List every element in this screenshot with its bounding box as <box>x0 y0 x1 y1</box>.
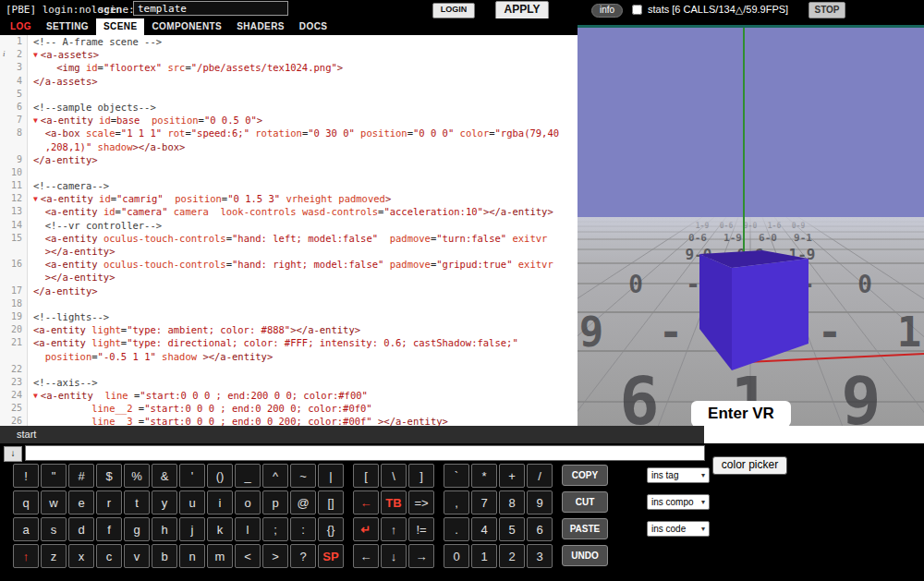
code-line[interactable]: 22 <box>0 363 578 376</box>
key-_[interactable]: _ <box>235 464 261 488</box>
key-→[interactable]: → <box>408 544 434 568</box>
code-line[interactable]: 20<a-entity light="type: ambient; color:… <box>0 323 578 336</box>
key-;[interactable]: ; <box>262 517 288 541</box>
code-editor[interactable]: 1<!-- A-frame scene -->2i▼<a-assets>3 <i… <box>0 35 578 426</box>
key-e[interactable]: e <box>68 490 94 514</box>
scene-name-input[interactable] <box>133 1 288 16</box>
key-'[interactable]: ' <box>179 464 205 488</box>
code-line[interactable]: 13 <a-entity id="camera" camera look-con… <box>0 205 578 218</box>
code-line[interactable]: ></a-entity> <box>0 245 578 258</box>
key-[[interactable]: [ <box>353 464 379 488</box>
key-.[interactable]: . <box>444 517 469 541</box>
key-8[interactable]: 8 <box>499 490 525 514</box>
ins-compo-select[interactable]: ▾ins compo <box>647 494 710 510</box>
tab-docs[interactable]: DOCS <box>292 18 335 35</box>
key-f[interactable]: f <box>96 517 122 541</box>
code-line[interactable]: 24▼<a-entity line ="start:0 0 0 ; end:20… <box>0 389 578 402</box>
undo-button[interactable]: UNDO <box>562 545 608 566</box>
fold-arrow-icon[interactable]: ▼ <box>33 51 38 59</box>
code-line[interactable]: 4</a-assets> <box>0 75 578 88</box>
tab-log[interactable]: LOG <box>3 18 39 35</box>
key-y[interactable]: y <box>152 490 177 514</box>
key-↑[interactable]: ↑ <box>381 517 407 541</box>
key-i[interactable]: i <box>207 490 233 514</box>
code-line[interactable]: 12▼<a-entity id="camrig" position="0 1.5… <box>0 192 578 205</box>
key-`[interactable]: ` <box>444 464 469 488</box>
key-0[interactable]: 0 <box>444 544 469 568</box>
key-/[interactable]: / <box>527 464 553 488</box>
key-g[interactable]: g <box>124 517 150 541</box>
fold-arrow-icon[interactable]: ▼ <box>33 392 38 400</box>
key-+[interactable]: + <box>499 464 525 488</box>
code-line[interactable]: 10 <box>0 166 578 179</box>
key-|[interactable]: | <box>318 464 344 488</box>
key-p[interactable]: p <box>262 490 288 514</box>
key->[interactable]: > <box>262 544 288 568</box>
key-←[interactable]: ← <box>353 490 379 514</box>
key-z[interactable]: z <box>41 544 67 568</box>
key-\[interactable]: \ <box>381 464 407 488</box>
key-$[interactable]: $ <box>96 464 122 488</box>
key-k[interactable]: k <box>207 517 233 541</box>
code-line[interactable]: 5 <box>0 88 578 101</box>
tab-setting[interactable]: SETTING <box>39 18 96 35</box>
code-line[interactable]: 2i▼<a-assets> <box>0 48 578 61</box>
key-b[interactable]: b <box>152 544 177 568</box>
key-q[interactable]: q <box>13 490 39 514</box>
cut-button[interactable]: CUT <box>562 491 608 513</box>
key-h[interactable]: h <box>152 517 177 541</box>
key-t[interactable]: t <box>124 490 150 514</box>
code-line[interactable]: 19<!--lights--> <box>0 310 578 323</box>
code-line[interactable]: 11<!--camera--> <box>0 179 578 192</box>
key-%[interactable]: % <box>124 464 150 488</box>
key-u[interactable]: u <box>179 490 205 514</box>
key-][interactable]: ] <box>408 464 434 488</box>
code-line[interactable]: ></a-entity> <box>0 271 578 284</box>
key-3[interactable]: 3 <box>527 544 553 568</box>
key-![interactable]: ! <box>13 464 39 488</box>
key-a[interactable]: a <box>13 517 39 541</box>
key-s[interactable]: s <box>41 517 67 541</box>
code-line[interactable]: 6<!--sample objects--> <box>0 101 578 114</box>
key-c[interactable]: c <box>96 544 122 568</box>
copy-button[interactable]: COPY <box>562 465 608 486</box>
key-SP[interactable]: SP <box>318 544 344 568</box>
code-line[interactable]: 15 <a-entity oculus-touch-controls="hand… <box>0 232 578 245</box>
code-line[interactable]: 9</a-entity> <box>0 153 578 166</box>
key-?[interactable]: ? <box>290 544 316 568</box>
key-m[interactable]: m <box>207 544 233 568</box>
stop-button[interactable]: STOP <box>808 2 845 18</box>
key-()[interactable]: () <box>207 464 233 488</box>
key-TB[interactable]: TB <box>381 490 407 514</box>
key-o[interactable]: o <box>235 490 261 514</box>
key-<[interactable]: < <box>235 544 261 568</box>
enter-vr-button[interactable]: Enter VR <box>691 401 791 427</box>
code-line[interactable]: 16 <a-entity oculus-touch-controls="hand… <box>0 258 578 271</box>
key-↑[interactable]: ↑ <box>13 544 39 568</box>
key-j[interactable]: j <box>179 517 205 541</box>
info-button[interactable]: info <box>591 4 623 18</box>
code-line[interactable]: 3 <img id="floortex" src="/pbe/assets/te… <box>0 61 578 74</box>
tab-scene[interactable]: SCENE <box>96 18 144 35</box>
key-=>[interactable]: => <box>408 490 434 514</box>
key-1[interactable]: 1 <box>471 544 497 568</box>
apply-button[interactable]: APPLY <box>495 1 549 20</box>
key-l[interactable]: l <box>235 517 261 541</box>
login-button[interactable]: LOGIN <box>432 3 475 18</box>
key-4[interactable]: 4 <box>471 517 497 541</box>
key-↓[interactable]: ↓ <box>381 544 407 568</box>
key-d[interactable]: d <box>68 517 94 541</box>
key-6[interactable]: 6 <box>527 517 553 541</box>
key-"[interactable]: " <box>41 464 67 488</box>
aframe-canvas[interactable]: 1-90-69-01-60-90-61-96-09-19-00-61-90-9-… <box>578 28 924 427</box>
key-#[interactable]: # <box>68 464 94 488</box>
key-←[interactable]: ← <box>353 544 379 568</box>
key-@[interactable]: @ <box>290 490 316 514</box>
code-line[interactable]: ,208,1)" shadow></a-box> <box>0 140 578 153</box>
fold-arrow-icon[interactable]: ▼ <box>33 116 38 125</box>
code-line[interactable]: 17</a-entity> <box>0 284 578 297</box>
ins-code-select[interactable]: ▾ins code <box>647 521 710 537</box>
key-&[interactable]: & <box>152 464 177 488</box>
key-7[interactable]: 7 <box>471 490 497 514</box>
code-line[interactable]: 23<!--axis--> <box>0 376 578 389</box>
